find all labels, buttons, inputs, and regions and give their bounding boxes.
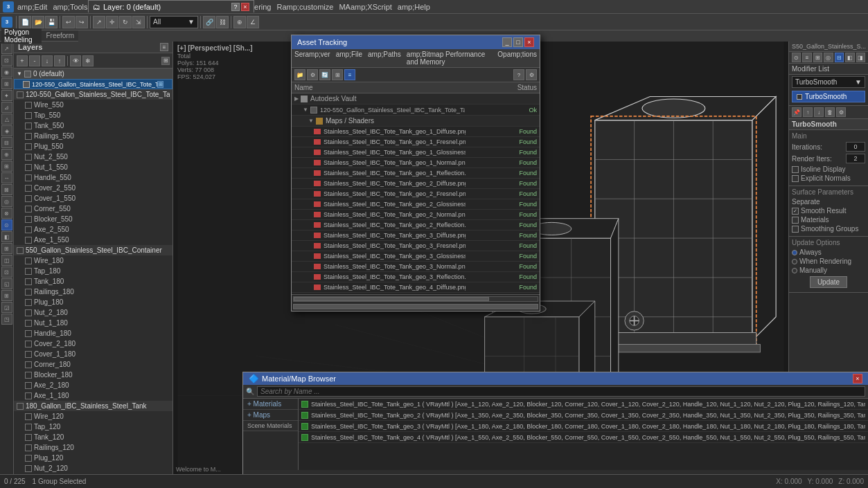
asset-tb-btn2[interactable]: ⚙	[307, 69, 318, 80]
layer-list-item[interactable]: Axe_2_550	[14, 224, 172, 235]
layer-root-item[interactable]: ▼ 0 (default)	[14, 69, 172, 79]
tool21-icon[interactable]: ◱	[1, 278, 12, 289]
asset-file-row[interactable]: Stainless_Steel_IBC_Tote_Tank_geo_1_Glos…	[292, 147, 540, 158]
tool20-icon[interactable]: ⊡	[1, 266, 12, 278]
layer-list-item[interactable]: Handle_550	[14, 172, 172, 183]
asset-maps-category[interactable]: ▼ Maps / Shaders	[292, 116, 540, 127]
layer-list-item[interactable]: Cover_1_550	[14, 193, 172, 204]
materials-section-btn[interactable]: + Materials	[243, 399, 298, 410]
layer-list-item[interactable]: Tap_550	[14, 110, 172, 120]
tool11-icon[interactable]: ⊞	[1, 161, 12, 172]
tool18-icon[interactable]: ⊞	[1, 243, 12, 254]
asset-menu-paths[interactable]: amp;Paths	[368, 51, 401, 66]
layer-list-item[interactable]: Wire_120	[14, 411, 172, 422]
mod-config-btn[interactable]: ⚙	[836, 107, 846, 117]
mod-pin-btn[interactable]: 📌	[792, 107, 801, 117]
asset-menu-server[interactable]: Seramp;ver	[294, 51, 330, 66]
mod-down-btn[interactable]: ↓	[814, 107, 824, 117]
maps-section-btn[interactable]: + Maps	[243, 410, 298, 421]
asset-scrollbar-area[interactable]	[292, 294, 540, 302]
tool15-icon[interactable]: ⊗	[1, 208, 12, 219]
asset-file-row[interactable]: Stainless_Steel_IBC_Tote_Tank_geo_1_Norm…	[292, 158, 540, 168]
tool12-icon[interactable]: ↔	[1, 172, 12, 183]
manually-radio[interactable]	[792, 268, 797, 273]
layer-drag-btn2[interactable]: ⊞	[161, 57, 170, 65]
layer-list-item[interactable]: Blocker_550	[14, 214, 172, 224]
layer-list-item[interactable]: Nut_2_550	[14, 152, 172, 162]
asset-file-row[interactable]: Stainless_Steel_IBC_Tote_Tank_geo_3_Norm…	[292, 262, 540, 272]
layer-list-item[interactable]: Nut_1_180	[14, 318, 172, 328]
tool17-icon[interactable]: ◧	[1, 231, 12, 242]
layer-list-item[interactable]: Tank_120	[14, 432, 172, 442]
delete-layer-btn[interactable]: -	[29, 55, 40, 66]
rotate-btn[interactable]: ↻	[119, 16, 132, 28]
redo-btn[interactable]: ↪	[76, 16, 88, 28]
layer-list-item[interactable]: Axe_2_180	[14, 380, 172, 390]
iterations-input[interactable]	[846, 142, 865, 152]
asset-file-row[interactable]: Stainless_Steel_IBC_Tote_Tank_geo_4_Fres…	[292, 293, 540, 294]
panel-icon-6[interactable]: ◧	[845, 53, 854, 62]
mod-up-btn[interactable]: ↑	[803, 107, 813, 117]
asset-main-file-row[interactable]: ▼ 120-550_Gallon_Stainless_Steel_IBC_Tan…	[292, 105, 540, 116]
layer-list-item[interactable]: Plug_180	[14, 297, 172, 307]
layer-list-item[interactable]: Corner_550	[14, 204, 172, 214]
layer-selected-item[interactable]: 120-550_Gallon_Stainless_Steel_IBC_Tote_…	[14, 79, 172, 89]
asset-hscrollbar[interactable]	[292, 302, 540, 311]
material-row[interactable]: Stainless_Steel_IBC_Tote_Tank_geo_3 ( VR…	[299, 421, 868, 432]
select-in-layer-btn[interactable]: ↑	[54, 55, 65, 66]
panel-icon-2[interactable]: ≡	[802, 53, 811, 62]
panel-icon-7[interactable]: ◨	[856, 53, 865, 62]
asset-file-row[interactable]: Stainless_Steel_IBC_Tote_Tank_geo_1_Fres…	[292, 137, 540, 147]
asset-file-row[interactable]: Stainless_Steel_IBC_Tote_Tank_geo_2_Glos…	[292, 199, 540, 210]
menu-customize[interactable]: Ramp;customize	[274, 3, 335, 11]
layer-list-item[interactable]: Railings_120	[14, 442, 172, 453]
isoline-checkbox[interactable]	[792, 166, 799, 173]
undo-btn[interactable]: ↩	[62, 16, 75, 28]
asset-hscrollbar-track[interactable]	[293, 304, 538, 309]
layer-list-item[interactable]: Plug_120	[14, 453, 172, 463]
layer-list-item[interactable]: Cover_1_180	[14, 349, 172, 359]
layer-list-item[interactable]: Nut_2_120	[14, 463, 172, 473]
open-btn[interactable]: 📂	[32, 16, 44, 28]
asset-scrollbar-track[interactable]	[293, 296, 538, 302]
layer-list-item[interactable]: Tank_180	[14, 276, 172, 287]
layer-list-item[interactable]: Wire_180	[14, 255, 172, 266]
freeze-all-btn[interactable]: ❄	[82, 55, 94, 66]
material-list[interactable]: Stainless_Steel_IBC_Tote_Tank_geo_1 ( VR…	[299, 399, 868, 470]
smoothing-groups-checkbox[interactable]	[792, 226, 799, 233]
mat-win-close-btn[interactable]: ×	[853, 374, 862, 383]
asset-menu-options[interactable]: Opamp;tions	[497, 51, 537, 66]
tool19-icon[interactable]: ◫	[1, 255, 12, 266]
link-btn[interactable]: 🔗	[203, 16, 215, 28]
save-btn[interactable]: 💾	[45, 16, 57, 28]
asset-close-x-btn[interactable]: ⚙	[526, 69, 537, 80]
tool7-icon[interactable]: △	[1, 114, 12, 125]
material-row[interactable]: Stainless_Steel_IBC_Tote_Tank_geo_2 ( VR…	[299, 410, 868, 421]
filter-icon[interactable]: ⊡	[1, 55, 12, 66]
explicit-normals-checkbox[interactable]	[792, 175, 799, 182]
asset-file-row[interactable]: Stainless_Steel_IBC_Tote_Tank_geo_4_Diff…	[292, 282, 540, 293]
asset-file-row[interactable]: Stainless_Steel_IBC_Tote_Tank_geo_1_Diff…	[292, 127, 540, 137]
layer-list-item[interactable]: 550_Gallon_Stainless_Steel_IBC_Container	[14, 245, 172, 255]
update-button[interactable]: Update	[810, 276, 847, 288]
mod-delete-btn[interactable]: 🗑	[825, 107, 835, 117]
layers-list[interactable]: ▼ 0 (default) 120-550_Gallon_Stainless_S…	[14, 69, 172, 474]
layer-drag-handle[interactable]: ⊞	[157, 81, 163, 88]
when-rendering-radio[interactable]	[792, 259, 797, 264]
select-icon[interactable]: ↗	[1, 43, 12, 54]
asset-tb-btn5[interactable]: ≡	[344, 69, 355, 80]
asset-settings-btn[interactable]: ?	[513, 69, 524, 80]
move-btn[interactable]: ✛	[106, 16, 118, 28]
panel-icon-4[interactable]: ◎	[824, 53, 833, 62]
layer-list-item[interactable]: Wire_550	[14, 100, 172, 110]
layer-list-item[interactable]: Cover_2_180	[14, 338, 172, 349]
material-search-input[interactable]	[257, 386, 865, 397]
layer-list-item[interactable]: Tap_180	[14, 266, 172, 276]
always-radio[interactable]	[792, 250, 797, 255]
new-btn[interactable]: 📄	[19, 16, 31, 28]
tool22-icon[interactable]: ⊞	[1, 290, 12, 301]
layer-list-item[interactable]: Cover_2_550	[14, 183, 172, 193]
asset-win-min-btn[interactable]: _	[502, 37, 512, 47]
layer-win-close-btn[interactable]: ×	[241, 3, 249, 11]
tool5-icon[interactable]: ✦	[1, 90, 12, 101]
